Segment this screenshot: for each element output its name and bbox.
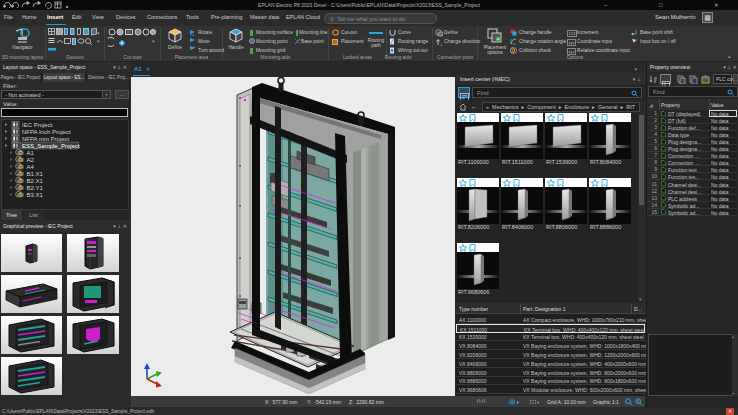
svg-text:RIT.8886000: RIT.8886000 [590, 224, 621, 230]
svg-text:B2.Y1: B2.Y1 [27, 185, 44, 191]
svg-text:RIT.8084000: RIT.8084000 [590, 159, 621, 165]
svg-text:NFPA mm Project: NFPA mm Project [22, 136, 70, 142]
svg-text:B1.X1: B1.X1 [27, 171, 44, 177]
svg-text:A4: A4 [27, 164, 35, 170]
svg-text:IEC Project: IEC Project [22, 122, 53, 128]
svg-text:RIT.9680606: RIT.9680606 [458, 289, 489, 295]
svg-text:B2.X1: B2.X1 [27, 178, 44, 184]
svg-text:RIT.1100000: RIT.1100000 [458, 159, 489, 165]
svg-text:A1: A1 [27, 150, 35, 156]
svg-text:RIT.8206000: RIT.8206000 [458, 224, 489, 230]
svg-text:NFPA Inch Project: NFPA Inch Project [22, 129, 71, 135]
svg-text:RIT.1539000: RIT.1539000 [546, 159, 577, 165]
svg-text:B3.X1: B3.X1 [27, 192, 44, 198]
svg-text:ESS_Sample_Project: ESS_Sample_Project [22, 143, 80, 149]
svg-text:RIT.8406000: RIT.8406000 [502, 224, 533, 230]
svg-text:A2: A2 [27, 157, 35, 163]
svg-text:RIT.1511000: RIT.1511000 [502, 159, 533, 165]
svg-text:RIT.8806000: RIT.8806000 [546, 224, 577, 230]
